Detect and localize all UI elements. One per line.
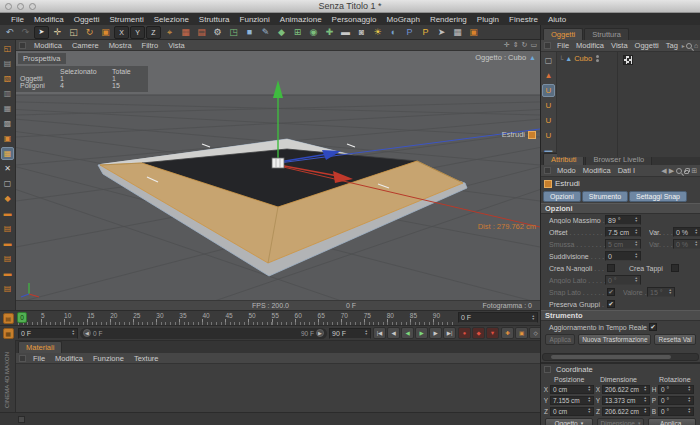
attrs-menu-modo[interactable]: Modo [554,166,579,175]
rotation-input[interactable]: 0 °▲▼ [658,385,694,394]
history-forward-icon[interactable]: ▶ [669,167,674,175]
render-settings-icon[interactable]: ⚙ [210,26,225,39]
timeline-palette-icon[interactable]: ▤ [3,313,14,324]
selection-filter-icon[interactable]: ➤ [434,26,449,39]
crea-n-angoli-checkbox[interactable] [607,264,615,272]
animation-mode-icon[interactable]: ▦ [1,102,14,115]
coordinate-button[interactable]: Applica [648,418,696,425]
search-icon[interactable] [676,168,682,174]
add-camera-icon[interactable]: ◙ [354,26,369,39]
plugin-p2-icon[interactable]: P [418,26,433,39]
range-start-field[interactable]: 0 F▲▼ [18,328,78,339]
coordinate-button[interactable]: Dimensione▾ [597,418,645,425]
timeline-ruler[interactable]: 0 051015202530354045505560657075808590 [16,311,456,325]
range-left-handle[interactable]: ◀ [83,329,91,337]
add-array-icon[interactable]: ⊞ [290,26,305,39]
timeline-tick[interactable]: 45 [225,311,248,325]
panel-grip-icon[interactable] [19,42,26,49]
workplane-mode-icon[interactable]: ▩ [1,117,14,130]
materials-menu-file[interactable]: File [28,354,50,363]
objects-menu-file[interactable]: File [554,41,572,50]
materials-menu-texture[interactable]: Texture [129,354,164,363]
timeline-tick[interactable]: 90 [433,311,456,325]
palette-icon-6[interactable]: ▤ [1,282,14,295]
objects-menu-modifica[interactable]: Modifica [573,41,607,50]
texture-mode-icon[interactable]: ▧ [1,72,14,85]
uv-mode-2-icon[interactable]: U [542,99,555,112]
position-input[interactable]: 0 cm▲▼ [550,407,594,416]
objects-menu-vista[interactable]: Vista [608,41,631,50]
objects-menu-tag[interactable]: Tag [663,41,681,50]
figure-icon[interactable]: ▲ [542,69,555,82]
panel-grip-icon[interactable] [544,366,551,373]
range-end-field[interactable]: 90 F▲▼ [329,328,371,339]
object-mode-icon[interactable]: ▣ [1,132,14,145]
object-name[interactable]: Cubo [574,54,592,63]
attrs-menu-modifica[interactable]: Modifica [580,166,614,175]
render-picture-viewer-icon[interactable]: ▤ [194,26,209,39]
menu-item[interactable]: Rendering [425,15,472,24]
add-hypernurbs-icon[interactable]: ◳ [226,26,241,39]
section-opzioni[interactable]: Opzioni [541,203,700,214]
edges-mode-icon[interactable]: ▢ [1,177,14,190]
mode-tab[interactable]: Strumento [582,191,628,202]
timeline-tick[interactable]: 70 [341,311,364,325]
last-tool-icon[interactable]: ▣ [98,26,113,39]
menu-item[interactable]: Funzioni [235,15,275,24]
coordinate-system-icon[interactable]: ⌖ [162,26,177,39]
tool-button[interactable]: Nuova Trasformazione [578,334,651,345]
texture-axis-mode-icon[interactable]: ▥ [1,87,14,100]
menu-item[interactable]: File [6,15,29,24]
timeline-tick[interactable]: 15 [87,311,110,325]
position-input[interactable]: 7.155 cm▲▼ [550,396,594,405]
materials-menu-modifica[interactable]: Modifica [50,354,88,363]
viewport-menu-vista[interactable]: Vista [164,41,189,50]
palette-icon-2[interactable]: ▤ [1,222,14,235]
maximize-view-icon[interactable]: ▭ [530,41,537,49]
rotate-view-icon[interactable]: ↻ [522,41,528,49]
timeline-tick[interactable]: 80 [387,311,410,325]
menu-item[interactable]: MoGraph [382,15,425,24]
tempo-reale-checkbox[interactable]: ✔ [649,323,657,331]
add-deformer-icon[interactable]: ✚ [322,26,337,39]
view-label[interactable]: Prospettiva [18,53,66,64]
timeline-tick[interactable]: 35 [179,311,202,325]
materials-menu-funzione[interactable]: Funzione [88,354,129,363]
timeline-tick[interactable]: 55 [272,311,295,325]
current-frame-field[interactable]: 0 F▲▼ [458,312,538,323]
timeline-tick[interactable]: 25 [133,311,156,325]
panel-grip-icon[interactable] [544,42,551,49]
frame-range-slider[interactable]: ◀ 0 F 90 F ▶ [80,328,327,339]
lock-y-icon[interactable]: Y [130,26,145,39]
close-window-icon[interactable] [5,3,12,10]
timeline-tick[interactable]: 20 [110,311,133,325]
play-button[interactable]: ▶ [415,327,428,339]
texture-tag-icon[interactable] [623,55,633,65]
mode-tab[interactable]: Settaggi Snap [629,191,687,202]
lock-x-icon[interactable]: X [114,26,129,39]
menu-item[interactable]: Selezione [149,15,194,24]
rotation-input[interactable]: 0 °▲▼ [658,396,694,405]
palette-icon-5[interactable]: ▬ [1,267,14,280]
key-position-toggle[interactable]: ✚ [501,327,514,339]
add-nurbs-icon[interactable]: ◆ [274,26,289,39]
suddivisione-input[interactable]: 0▲▼ [605,251,641,261]
tool-button[interactable]: Applica [545,334,575,345]
lock-icon[interactable] [684,170,689,174]
timeline-tick[interactable]: 30 [156,311,179,325]
add-cube-icon[interactable]: ■ [242,26,257,39]
record-keyframe-button[interactable]: ● [458,327,471,339]
autokey-button[interactable]: ▼ [486,327,499,339]
pan-view-icon[interactable]: ✛ [504,41,510,49]
section-strumento[interactable]: Strumento [541,310,700,321]
snap-icon[interactable]: ◆ [1,192,14,205]
timeline-tick[interactable]: 75 [364,311,387,325]
attrs-menu-dati[interactable]: Dati I [615,166,639,175]
viewport-menu-filtro[interactable]: Filtro [138,41,163,50]
menu-item[interactable]: Strumenti [104,15,148,24]
menu-overflow-arrow[interactable]: ▸ [682,42,685,49]
menu-item[interactable]: Animazione [275,15,327,24]
size-input[interactable]: 13.373 cm▲▼ [602,396,650,405]
objects-menu-oggetti[interactable]: Oggetti [632,41,662,50]
goto-end-button[interactable]: ▶| [443,327,456,339]
